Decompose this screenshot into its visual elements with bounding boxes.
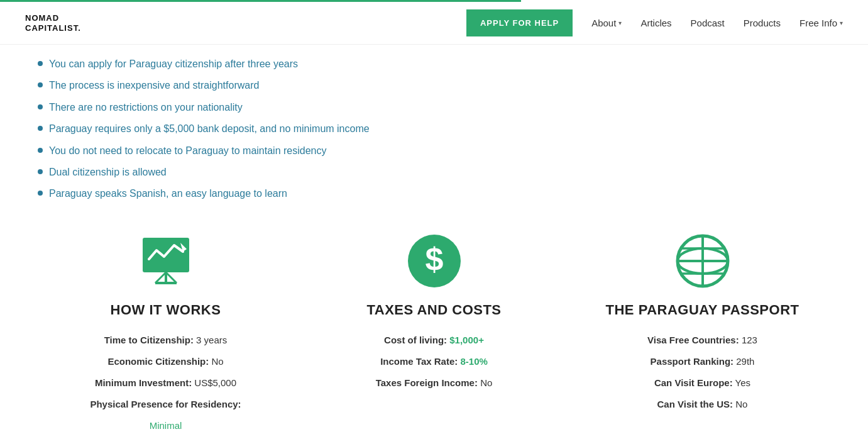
svg-line-4	[155, 272, 166, 283]
dollar-icon-wrapper: $	[319, 233, 549, 289]
dollar-icon: $	[406, 233, 463, 289]
nav-item-articles[interactable]: Articles	[640, 18, 671, 28]
bullet-item: There are no restrictions on your nation…	[38, 101, 830, 114]
svg-line-5	[166, 272, 177, 283]
bullet-dot	[38, 61, 43, 66]
globe-icon-wrapper	[587, 233, 818, 289]
col-title-paraguay-passport: THE PARAGUAY PASSPORT	[587, 302, 818, 318]
col-how-it-works: HOW IT WORKS Time to Citizenship: 3 year…	[38, 233, 294, 439]
benefits-list: You can apply for Paraguay citizenship a…	[38, 57, 830, 201]
globe-icon	[674, 233, 731, 289]
bullet-dot	[38, 169, 43, 174]
col-paraguay-passport: THE PARAGUAY PASSPORT Visa Free Countrie…	[574, 233, 830, 416]
nav-item-products[interactable]: Products	[744, 18, 781, 28]
nav-item-podcast[interactable]: Podcast	[691, 18, 725, 28]
col-taxes-and-costs: $ TAXES AND COSTS Cost of living: $1,000…	[306, 233, 562, 395]
main-content: You can apply for Paraguay citizenship a…	[0, 45, 868, 439]
header: NOMAD CAPITALIST. APPLY FOR HELP About ▾…	[0, 2, 868, 45]
chart-icon-wrapper	[50, 233, 281, 289]
chevron-down-icon: ▾	[618, 19, 622, 26]
nav-item-about[interactable]: About ▾	[591, 18, 622, 28]
bullet-item: Paraguay speaks Spanish, an easy languag…	[38, 187, 830, 201]
col-title-how-it-works: HOW IT WORKS	[50, 302, 281, 318]
logo[interactable]: NOMAD CAPITALIST.	[25, 13, 81, 33]
bullet-dot	[38, 191, 43, 196]
logo-line2: CAPITALIST.	[25, 23, 81, 33]
col-title-taxes-and-costs: TAXES AND COSTS	[319, 302, 549, 318]
main-nav: About ▾ Articles Podcast Products Free I…	[591, 18, 843, 28]
info-columns: HOW IT WORKS Time to Citizenship: 3 year…	[38, 226, 830, 439]
col-data-paraguay-passport: Visa Free Countries: 123 Passport Rankin…	[587, 331, 818, 414]
bullet-item: Paraguay requires only a $5,000 bank dep…	[38, 122, 830, 136]
chart-icon	[138, 233, 194, 289]
apply-for-help-button[interactable]: APPLY FOR HELP	[466, 9, 573, 36]
chevron-down-icon-2: ▾	[840, 19, 843, 26]
bullet-item: You do not need to relocate to Paraguay …	[38, 144, 830, 158]
bullet-dot	[38, 148, 43, 153]
bullet-dot	[38, 82, 43, 87]
svg-text:$: $	[425, 241, 443, 277]
col-data-taxes-and-costs: Cost of living: $1,000+ Income Tax Rate:…	[319, 331, 549, 392]
bullet-dot	[38, 126, 43, 131]
bullet-item: Dual citizenship is allowed	[38, 165, 830, 179]
logo-line1: NOMAD	[25, 13, 81, 23]
bullet-item: You can apply for Paraguay citizenship a…	[38, 57, 830, 71]
col-data-how-it-works: Time to Citizenship: 3 years Economic Ci…	[50, 331, 281, 439]
bullet-item: The process is inexpensive and straightf…	[38, 79, 830, 92]
nav-item-free-info[interactable]: Free Info ▾	[799, 18, 843, 28]
bullet-dot	[38, 104, 43, 109]
